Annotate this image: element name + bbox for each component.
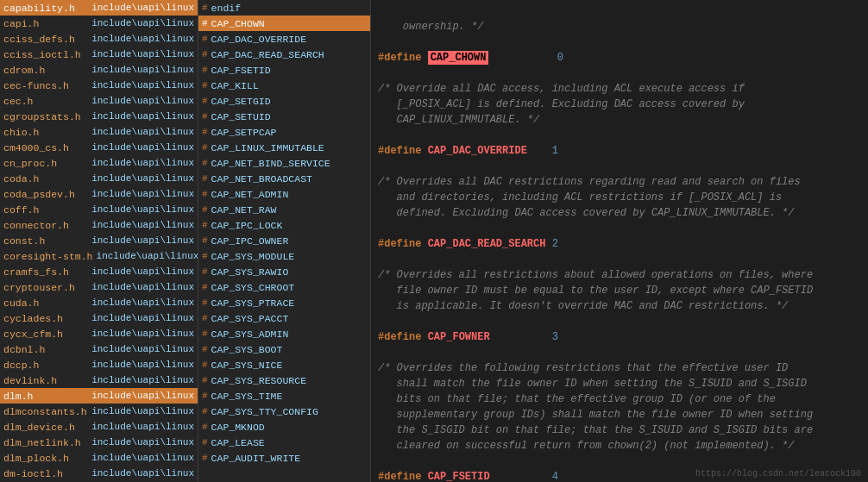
symbol-row[interactable]: #CAP_SYS_CHROOT (198, 279, 370, 295)
symbol-row[interactable]: #CAP_NET_ADMIN (198, 186, 370, 202)
symbol-row[interactable]: #CAP_SYS_MODULE (198, 248, 370, 264)
symbol-name: CAP_SETGID (211, 96, 271, 107)
symbol-row[interactable]: #CAP_SYS_TIME (198, 388, 370, 404)
file-name: devlink.h (3, 375, 88, 386)
file-panel: capability.hinclude\uapi\linuxcapi.hincl… (0, 0, 198, 482)
code-panel[interactable]: ownership. */ #define CAP_CHOWN 0 /* Ove… (371, 0, 868, 482)
symbol-icon: # (202, 3, 208, 13)
file-row[interactable]: dcbnl.hinclude\uapi\linux (0, 341, 198, 357)
file-row[interactable]: cuda.hinclude\uapi\linux (0, 295, 198, 310)
symbol-name: CAP_LEASE (211, 437, 265, 448)
file-name: capi.h (3, 18, 88, 29)
file-row[interactable]: cn_proc.hinclude\uapi\linux (0, 155, 198, 171)
file-row[interactable]: cec.hinclude\uapi\linux (0, 93, 198, 109)
file-row[interactable]: devlink.hinclude\uapi\linux (0, 372, 198, 388)
symbol-row[interactable]: #CAP_NET_RAW (198, 202, 370, 217)
symbol-row[interactable]: #CAP_IPC_LOCK (198, 217, 370, 233)
symbol-row[interactable]: #CAP_CHOWN (198, 16, 370, 31)
symbol-icon: # (202, 406, 208, 416)
symbol-row[interactable]: #CAP_SYS_PTRACE (198, 295, 370, 310)
file-row[interactable]: cramfs_fs.hinclude\uapi\linux (0, 264, 198, 279)
symbol-row[interactable]: #CAP_SYS_RESOURCE (198, 372, 370, 388)
file-name: dcbnl.h (3, 344, 88, 355)
symbol-row[interactable]: #CAP_SETPCAP (198, 124, 370, 140)
file-row[interactable]: coresight-stm.hinclude\uapi\linux (0, 248, 198, 264)
symbol-row[interactable]: #CAP_SETUID (198, 109, 370, 124)
file-row[interactable]: dm-ioctl.hinclude\uapi\linux (0, 466, 198, 481)
file-name: capability.h (3, 3, 88, 14)
symbol-row[interactable]: #CAP_LINUX_IMMUTABLE (198, 140, 370, 155)
file-row[interactable]: cdrom.hinclude\uapi\linux (0, 62, 198, 78)
file-row[interactable]: dlm_netlink.hinclude\uapi\linux (0, 435, 198, 450)
file-row[interactable]: cm4000_cs.hinclude\uapi\linux (0, 140, 198, 155)
file-path: include\uapi\linux (88, 189, 194, 199)
file-row[interactable]: capability.hinclude\uapi\linux (0, 0, 198, 16)
file-path: include\uapi\linux (88, 65, 194, 75)
file-row[interactable]: cryptouser.hinclude\uapi\linux (0, 279, 198, 295)
symbol-icon: # (202, 282, 208, 292)
file-path: include\uapi\linux (88, 34, 194, 44)
file-row[interactable]: dlm_plock.hinclude\uapi\linux (0, 450, 198, 466)
symbol-name: CAP_SYS_BOOT (211, 344, 283, 355)
symbol-row[interactable]: #CAP_SYS_PACCT (198, 310, 370, 326)
symbol-row[interactable]: #CAP_SETGID (198, 93, 370, 109)
symbol-name: CAP_SYS_RAWIO (211, 266, 289, 278)
file-path: include\uapi\linux (88, 266, 194, 277)
file-name: cycx_cfm.h (3, 329, 88, 340)
file-name: coda_psdev.h (3, 189, 88, 200)
file-row[interactable]: capi.hinclude\uapi\linux (0, 16, 198, 31)
symbol-row[interactable]: #endif (198, 0, 370, 16)
file-row[interactable]: cciss_defs.hinclude\uapi\linux (0, 31, 198, 47)
symbol-row[interactable]: #CAP_IPC_OWNER (198, 233, 370, 248)
file-name: chio.h (3, 127, 88, 138)
symbol-name: CAP_SYS_PTRACE (211, 297, 295, 309)
symbol-row[interactable]: #CAP_NET_BROADCAST (198, 171, 370, 186)
file-row[interactable]: coda_psdev.hinclude\uapi\linux (0, 186, 198, 202)
file-row[interactable]: coff.hinclude\uapi\linux (0, 202, 198, 217)
file-name: cuda.h (3, 297, 88, 309)
symbol-row[interactable]: #CAP_LEASE (198, 435, 370, 450)
file-path: include\uapi\linux (88, 437, 194, 448)
file-row[interactable]: chio.hinclude\uapi\linux (0, 124, 198, 140)
file-row[interactable]: dccp.hinclude\uapi\linux (0, 357, 198, 372)
file-row[interactable]: const.hinclude\uapi\linux (0, 233, 198, 248)
file-name: dccp.h (3, 360, 88, 371)
symbol-row[interactable]: #CAP_FSETID (198, 62, 370, 78)
file-path: include\uapi\linux (88, 96, 194, 106)
file-row[interactable]: cycx_cfm.hinclude\uapi\linux (0, 326, 198, 341)
file-row[interactable]: cgroupstats.hinclude\uapi\linux (0, 109, 198, 124)
file-row[interactable]: dlm_device.hinclude\uapi\linux (0, 419, 198, 435)
symbol-row[interactable]: #CAP_SYS_RAWIO (198, 264, 370, 279)
file-name: cm4000_cs.h (3, 142, 88, 153)
symbol-row[interactable]: #CAP_DAC_OVERRIDE (198, 31, 370, 47)
symbol-icon: # (202, 173, 208, 184)
watermark: https://blog.csdn.net/leacock190 (695, 469, 861, 479)
symbol-row[interactable]: #CAP_SYS_BOOT (198, 341, 370, 357)
file-name: const.h (3, 235, 88, 247)
file-path: include\uapi\linux (88, 344, 194, 354)
file-name: dlm_device.h (3, 422, 88, 433)
file-path: include\uapi\linux (88, 18, 194, 28)
file-row[interactable]: cec-funcs.hinclude\uapi\linux (0, 78, 198, 93)
file-path: include\uapi\linux (88, 80, 194, 91)
file-row[interactable]: coda.hinclude\uapi\linux (0, 171, 198, 186)
symbol-row[interactable]: #CAP_SYS_TTY_CONFIG (198, 404, 370, 419)
file-row[interactable]: dlm.hinclude\uapi\linux (0, 388, 198, 404)
symbol-row[interactable]: #CAP_NET_BIND_SERVICE (198, 155, 370, 171)
symbol-row[interactable]: #CAP_SYS_NICE (198, 357, 370, 372)
file-row[interactable]: cciss_ioctl.hinclude\uapi\linux (0, 47, 198, 62)
symbol-panel: #endif#CAP_CHOWN#CAP_DAC_OVERRIDE#CAP_DA… (198, 0, 371, 482)
file-row[interactable]: connector.hinclude\uapi\linux (0, 217, 198, 233)
file-path: include\uapi\linux (88, 453, 194, 463)
symbol-icon: # (202, 422, 208, 432)
symbol-row[interactable]: #CAP_KILL (198, 78, 370, 93)
file-path: include\uapi\linux (88, 375, 194, 385)
symbol-row[interactable]: #CAP_DAC_READ_SEARCH (198, 47, 370, 62)
symbol-row[interactable]: #CAP_MKNOD (198, 419, 370, 435)
file-path: include\uapi\linux (88, 111, 194, 122)
symbol-row[interactable]: #CAP_SYS_ADMIN (198, 326, 370, 341)
symbol-row[interactable]: #CAP_AUDIT_WRITE (198, 450, 370, 466)
file-row[interactable]: cyclades.hinclude\uapi\linux (0, 310, 198, 326)
file-row[interactable]: dlmconstants.hinclude\uapi\linux (0, 404, 198, 419)
file-name: cciss_defs.h (3, 34, 88, 45)
